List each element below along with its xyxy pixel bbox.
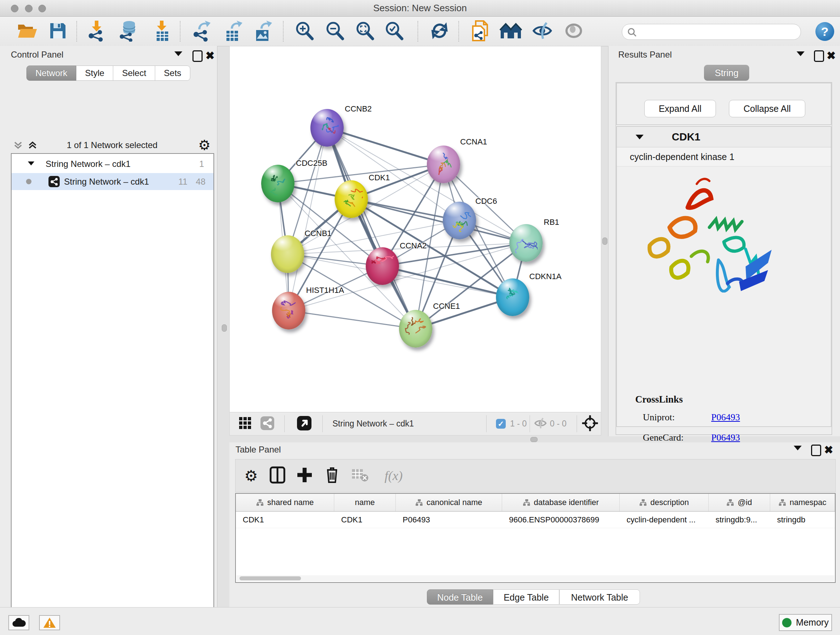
delete-column-button[interactable] bbox=[325, 466, 339, 485]
tab-edge-table[interactable]: Edge Table bbox=[493, 589, 559, 605]
column-header--id[interactable]: @id bbox=[709, 494, 770, 511]
collapse-all-button[interactable]: Collapse All bbox=[729, 100, 805, 117]
refresh-button[interactable] bbox=[430, 21, 449, 42]
table-cell[interactable]: CDK1 bbox=[236, 511, 334, 528]
network-edge[interactable] bbox=[289, 310, 416, 329]
network-options-gear-button[interactable]: ⚙ bbox=[198, 137, 210, 153]
search-input[interactable] bbox=[622, 24, 801, 40]
panel-close-button[interactable]: ✖ bbox=[205, 51, 218, 63]
help-button[interactable]: ? bbox=[815, 22, 834, 41]
tab-style[interactable]: Style bbox=[76, 65, 113, 81]
export-network-button[interactable] bbox=[192, 20, 211, 43]
tab-sets[interactable]: Sets bbox=[155, 65, 190, 81]
panel-menu-button[interactable] bbox=[174, 51, 187, 63]
birdseye-view-button[interactable] bbox=[297, 416, 312, 432]
panel-close-button[interactable]: ✖ bbox=[824, 445, 836, 458]
network-tree-row[interactable]: String Network – cdk11148 bbox=[11, 173, 213, 190]
table-cell[interactable]: stringdb:9... bbox=[709, 511, 770, 528]
grid-view-button[interactable] bbox=[238, 416, 252, 432]
table-cell[interactable]: stringdb bbox=[770, 511, 835, 528]
table-settings-gear-button[interactable]: ⚙ bbox=[244, 467, 258, 485]
delete-table-button[interactable] bbox=[351, 468, 369, 484]
toolbar-separator bbox=[284, 415, 285, 432]
panel-menu-button[interactable] bbox=[797, 51, 809, 63]
network-canvas[interactable]: CCNB2CCNA1CDC25BCDK1CDC6RB1CCNB1CCNA2CDK… bbox=[229, 46, 601, 435]
vertical-splitter-handle[interactable] bbox=[222, 325, 227, 332]
center-view-crosshair-button[interactable] bbox=[582, 415, 598, 432]
cloud-status-button[interactable] bbox=[8, 615, 29, 630]
network-tree-row[interactable]: String Network – cdk11 bbox=[11, 155, 213, 172]
hidden-items-eye-icon[interactable] bbox=[534, 418, 546, 430]
network-node-CCNB1[interactable] bbox=[271, 235, 304, 273]
tab-network[interactable]: Network bbox=[27, 65, 76, 81]
table-row[interactable]: CDK1CDK1P064939606.ENSP00000378699cyclin… bbox=[236, 511, 835, 528]
network-node-HIST1H1A[interactable] bbox=[272, 292, 305, 329]
vertical-splitter-handle[interactable] bbox=[602, 238, 607, 245]
export-image-button[interactable] bbox=[253, 20, 273, 43]
network-node-CCNE1[interactable] bbox=[399, 310, 432, 348]
tab-string[interactable]: String bbox=[704, 65, 749, 81]
network-edge[interactable] bbox=[289, 128, 327, 310]
share-view-button[interactable] bbox=[260, 416, 275, 432]
tab-network-table[interactable]: Network Table bbox=[559, 589, 640, 605]
network-edge[interactable] bbox=[382, 266, 513, 297]
network-node-CCNA2[interactable] bbox=[366, 247, 399, 285]
network-node-CCNB2[interactable] bbox=[310, 109, 344, 147]
network-node-CDC6[interactable] bbox=[443, 202, 476, 239]
function-builder-button[interactable]: f(x) bbox=[385, 468, 403, 483]
horizontal-splitter-handle[interactable] bbox=[531, 437, 538, 442]
open-file-button[interactable] bbox=[17, 22, 38, 41]
tab-node-table[interactable]: Node Table bbox=[427, 589, 493, 605]
table-cell[interactable]: P06493 bbox=[396, 511, 502, 528]
first-neighbors-button[interactable] bbox=[500, 22, 522, 41]
show-all-button[interactable] bbox=[564, 22, 583, 41]
add-column-button[interactable] bbox=[297, 467, 313, 485]
table-cell[interactable]: cyclin-dependent ... bbox=[620, 511, 709, 528]
export-table-button[interactable] bbox=[224, 20, 243, 43]
panel-float-button[interactable] bbox=[193, 50, 205, 63]
import-database-button[interactable] bbox=[118, 20, 139, 43]
zoom-in-button[interactable] bbox=[294, 21, 314, 42]
warnings-button[interactable] bbox=[39, 615, 60, 630]
table-cell[interactable]: 9606.ENSP00000378699 bbox=[502, 511, 620, 528]
zoom-selected-button[interactable] bbox=[384, 21, 404, 42]
column-header-name[interactable]: name bbox=[334, 494, 396, 511]
node-details-header[interactable]: CDK1 bbox=[617, 127, 831, 147]
zoom-out-button[interactable] bbox=[325, 21, 345, 42]
save-session-button[interactable] bbox=[49, 22, 67, 41]
table-horizontal-scrollbar[interactable] bbox=[237, 575, 834, 581]
disclosure-triangle-icon[interactable] bbox=[28, 162, 34, 165]
network-edge[interactable] bbox=[327, 128, 444, 165]
panel-float-button[interactable] bbox=[811, 445, 823, 457]
network-node-CDK1[interactable] bbox=[335, 180, 368, 218]
network-node-CDKN1A[interactable] bbox=[496, 279, 529, 316]
import-network-button[interactable] bbox=[87, 20, 106, 43]
selected-items-checkbox[interactable]: ✓ bbox=[496, 419, 506, 429]
node-label-CDC6: CDC6 bbox=[475, 196, 497, 206]
table-cell[interactable]: CDK1 bbox=[334, 511, 396, 528]
import-table-button[interactable] bbox=[154, 20, 171, 43]
column-header-canonical-name[interactable]: canonical name bbox=[396, 494, 502, 511]
crosslink-link[interactable]: P06493 bbox=[711, 412, 740, 423]
select-columns-button[interactable] bbox=[270, 466, 286, 485]
panel-float-button[interactable] bbox=[814, 50, 826, 63]
scrollbar-thumb[interactable] bbox=[240, 576, 301, 580]
network-node-CDC25B[interactable] bbox=[261, 165, 294, 203]
column-header-shared-name[interactable]: shared name bbox=[236, 494, 334, 511]
panel-close-button[interactable]: ✖ bbox=[827, 51, 839, 63]
file-share-button[interactable] bbox=[471, 19, 489, 43]
collapse-entry-icon[interactable] bbox=[636, 135, 644, 139]
network-node-CCNA1[interactable] bbox=[427, 146, 460, 183]
crosslink-link[interactable]: P06493 bbox=[711, 432, 740, 443]
column-header-database-identifier[interactable]: database identifier bbox=[502, 494, 620, 511]
column-header-description[interactable]: description bbox=[620, 494, 709, 511]
panel-menu-button[interactable] bbox=[794, 445, 806, 458]
expand-all-button[interactable]: Expand All bbox=[644, 100, 716, 117]
column-header-namespac[interactable]: namespac bbox=[770, 494, 835, 511]
tab-select[interactable]: Select bbox=[113, 65, 155, 81]
network-edge[interactable] bbox=[327, 128, 416, 329]
hide-selected-button[interactable] bbox=[532, 21, 553, 42]
memory-button[interactable]: Memory bbox=[779, 614, 832, 631]
network-node-RB1[interactable] bbox=[509, 224, 543, 262]
zoom-fit-button[interactable] bbox=[355, 21, 375, 42]
